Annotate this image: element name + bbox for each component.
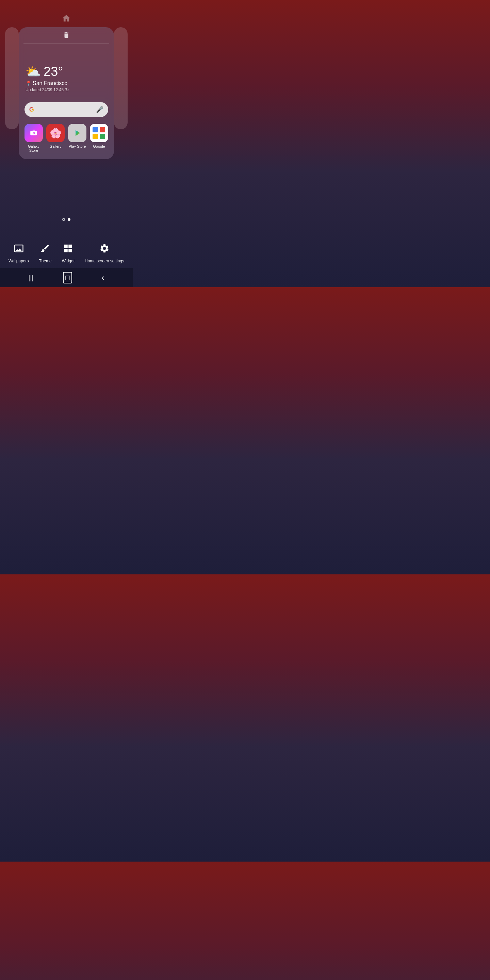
theme-icon bbox=[40, 243, 50, 256]
microphone-icon[interactable]: 🎤 bbox=[96, 106, 103, 113]
toolbar-widget[interactable]: Widget bbox=[62, 243, 75, 263]
app-google[interactable]: Google bbox=[90, 124, 108, 153]
home-button[interactable]: □ bbox=[63, 272, 72, 283]
google-g-logo: G bbox=[29, 106, 34, 113]
updated-row: Updated 24/09 12:45 ↻ bbox=[25, 87, 107, 92]
widget-icon bbox=[63, 243, 73, 256]
page-dots bbox=[62, 218, 70, 221]
weather-icon: ⛅ bbox=[25, 65, 41, 79]
bottom-toolbar: Wallpapers Theme Widget Home screen sett… bbox=[0, 238, 133, 267]
location-name: San Francisco bbox=[33, 80, 67, 86]
app-gallery[interactable]: 🌸 Gallery bbox=[46, 124, 65, 153]
apps-row: GalaxyStore 🌸 Gallery bbox=[19, 121, 114, 159]
location-pin-icon: 📍 bbox=[25, 81, 31, 86]
main-card: ⛅ 23° 📍 San Francisco Updated 24/09 12:4… bbox=[19, 27, 114, 159]
app-galaxy-store[interactable]: GalaxyStore bbox=[24, 124, 43, 153]
gallery-icon: 🌸 bbox=[46, 124, 65, 142]
home-screen-settings-label: Home screen settings bbox=[85, 259, 124, 263]
location-row: 📍 San Francisco bbox=[25, 80, 107, 86]
svg-point-0 bbox=[33, 132, 34, 134]
refresh-icon[interactable]: ↻ bbox=[65, 87, 69, 92]
toolbar-theme[interactable]: Theme bbox=[39, 243, 51, 263]
left-side-card bbox=[5, 27, 19, 129]
right-side-card bbox=[114, 27, 127, 129]
galaxy-store-label: GalaxyStore bbox=[28, 144, 40, 153]
play-store-label: Play Store bbox=[69, 144, 86, 148]
page-dot-2[interactable] bbox=[68, 218, 70, 221]
toolbar-home-screen-settings[interactable]: Home screen settings bbox=[85, 243, 124, 263]
updated-text: Updated 24/09 12:45 bbox=[25, 88, 64, 92]
weather-row: ⛅ 23° bbox=[25, 64, 107, 79]
wallpapers-icon bbox=[14, 243, 24, 256]
gallery-label: Gallery bbox=[50, 144, 62, 148]
app-play-store[interactable]: Play Store bbox=[68, 124, 86, 153]
google-search-bar[interactable]: G 🎤 bbox=[24, 102, 108, 117]
settings-icon bbox=[99, 243, 110, 256]
galaxy-store-icon bbox=[24, 124, 43, 142]
recents-button[interactable]: ||| bbox=[28, 274, 34, 282]
card-area: ⛅ 23° 📍 San Francisco Updated 24/09 12:4… bbox=[0, 27, 133, 159]
page-dot-1[interactable] bbox=[62, 218, 65, 221]
nav-bar: ||| □ ‹ bbox=[0, 268, 133, 287]
back-button[interactable]: ‹ bbox=[102, 273, 105, 282]
toolbar-wallpapers[interactable]: Wallpapers bbox=[8, 243, 29, 263]
weather-section: ⛅ 23° 📍 San Francisco Updated 24/09 12:4… bbox=[19, 44, 114, 98]
wallpapers-label: Wallpapers bbox=[8, 259, 29, 263]
temperature: 23° bbox=[43, 64, 63, 79]
delete-icon[interactable] bbox=[63, 31, 70, 41]
google-icon bbox=[90, 124, 108, 142]
google-label: Google bbox=[93, 144, 105, 148]
home-top-icon bbox=[62, 14, 71, 25]
widget-label: Widget bbox=[62, 259, 75, 263]
play-store-icon bbox=[68, 124, 86, 142]
theme-label: Theme bbox=[39, 259, 51, 263]
